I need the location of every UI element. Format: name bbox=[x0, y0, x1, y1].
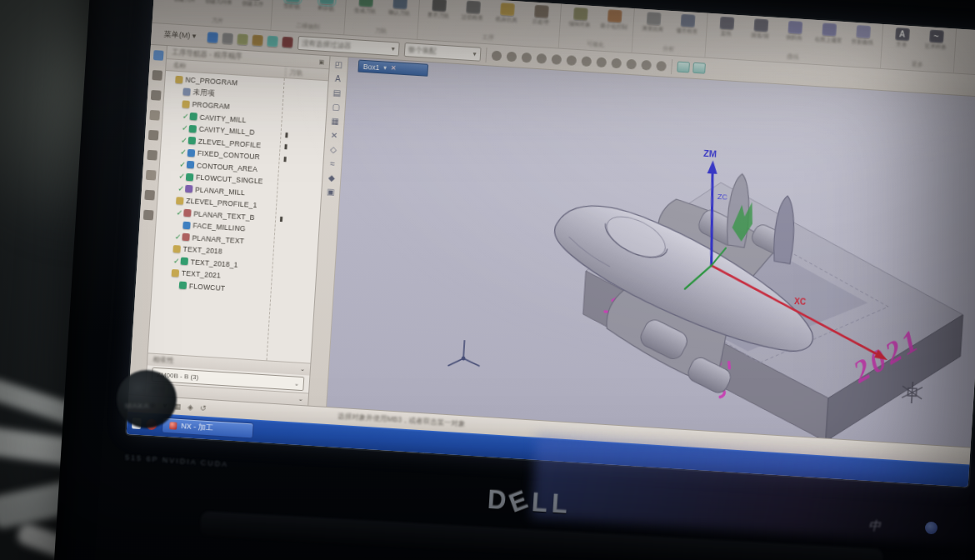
tree-indent bbox=[155, 247, 165, 248]
view-tool-icon[interactable] bbox=[551, 54, 562, 65]
ribbon-button[interactable]: ~ 艺术样条 bbox=[921, 28, 951, 62]
check-icon: ✓ bbox=[180, 124, 189, 133]
status-icon[interactable]: ◈ bbox=[188, 402, 194, 411]
ribbon-button-label: 确认刀轨 bbox=[388, 9, 410, 17]
resource-bar-icon[interactable] bbox=[148, 130, 158, 141]
tree-indent bbox=[161, 151, 179, 152]
ribbon-button[interactable]: 后处理 bbox=[526, 3, 556, 37]
operation-icon bbox=[188, 137, 197, 145]
viewport-tool-icon[interactable]: ▤ bbox=[332, 88, 341, 98]
resource-bar-icon[interactable] bbox=[147, 150, 158, 161]
ribbon-button-label: 直线 bbox=[721, 30, 732, 37]
selection-tool-icon[interactable] bbox=[207, 32, 218, 43]
tree-indent bbox=[153, 271, 163, 272]
view-tool-icon[interactable] bbox=[566, 55, 577, 66]
column-toolpath[interactable]: 刀轨 bbox=[285, 68, 329, 79]
ribbon-button-icon bbox=[680, 14, 695, 28]
ribbon-button[interactable]: 剩余铣 bbox=[311, 0, 341, 23]
ribbon-button[interactable]: 最小化控制 bbox=[598, 8, 628, 42]
dell-logo: DELL bbox=[487, 485, 572, 520]
selection-tool-icon[interactable] bbox=[237, 33, 248, 45]
view-tool-icon[interactable] bbox=[626, 58, 637, 69]
resource-bar-icon[interactable] bbox=[152, 50, 163, 61]
view-tool-icon[interactable] bbox=[491, 50, 502, 61]
ribbon-button[interactable]: 直线 bbox=[711, 15, 741, 48]
view-tool-icon[interactable] bbox=[641, 59, 652, 70]
operation-icon bbox=[188, 125, 197, 133]
selection-filter-combo[interactable]: 没有选择过滤器 ▾ bbox=[297, 36, 399, 57]
viewport-tool-icon[interactable]: A bbox=[335, 74, 341, 83]
axis-zc-label: ZC bbox=[718, 192, 728, 202]
resource-bar-icon[interactable] bbox=[144, 190, 155, 201]
selection-tool-icon[interactable] bbox=[222, 32, 233, 44]
render-style-icon[interactable] bbox=[692, 62, 706, 74]
view-tool-icon[interactable] bbox=[521, 52, 532, 62]
tree-indent bbox=[154, 259, 172, 261]
operation-icon bbox=[187, 161, 195, 169]
view-tool-icon[interactable] bbox=[656, 60, 667, 71]
ribbon-button-label: 文本 bbox=[896, 41, 907, 48]
resource-bar-icon[interactable] bbox=[149, 110, 160, 121]
check-icon bbox=[168, 200, 176, 201]
toolpath-status-icon bbox=[275, 292, 315, 294]
ribbon-button[interactable]: 偏差检查 bbox=[672, 12, 702, 46]
menu-button[interactable]: 菜单(M) ▾ bbox=[158, 26, 202, 44]
chevron-down-icon[interactable]: ▾ bbox=[383, 64, 387, 71]
viewport-tool-icon[interactable]: ◇ bbox=[330, 145, 337, 154]
ribbon-button[interactable]: 生成刀轨 bbox=[350, 0, 380, 26]
tree-indent bbox=[157, 222, 175, 224]
ribbon-button[interactable]: 倒斜角 bbox=[779, 19, 809, 52]
viewport-tool-icon[interactable]: ◰ bbox=[334, 60, 342, 70]
toolpath-status-icon bbox=[282, 171, 322, 173]
ribbon-button-icon bbox=[466, 1, 481, 14]
selection-tool-icon[interactable] bbox=[252, 34, 263, 46]
ribbon-button[interactable]: 机床仿真 bbox=[492, 2, 522, 35]
viewport-tool-icon[interactable]: ▣ bbox=[327, 187, 335, 197]
resource-bar-icon[interactable] bbox=[142, 210, 153, 221]
render-style-icon[interactable] bbox=[677, 62, 690, 73]
selection-scope-combo[interactable]: 整个装配 ▾ bbox=[403, 42, 481, 62]
taskbar-app-button[interactable]: NX - 加工 bbox=[162, 418, 254, 439]
chevron-down-icon: ⌄ bbox=[294, 380, 299, 387]
ribbon-button[interactable]: 型腔铣 bbox=[277, 0, 307, 21]
ribbon-button[interactable]: 过切检查 bbox=[458, 0, 488, 32]
chevron-down-icon: ▾ bbox=[391, 45, 395, 52]
ribbon-button[interactable]: 在面上偏置 bbox=[813, 22, 843, 55]
ribbon-button[interactable]: 圆弧/圆 bbox=[745, 18, 775, 51]
close-icon[interactable]: ✕ bbox=[390, 64, 396, 72]
toolpath-status-icon bbox=[285, 122, 325, 125]
resource-bar-icon[interactable] bbox=[150, 90, 161, 101]
ribbon-button-label: 剩余铣 bbox=[318, 4, 334, 11]
view-tool-icon[interactable] bbox=[536, 52, 547, 63]
resource-bar-icon[interactable] bbox=[145, 170, 156, 181]
ribbon-button[interactable]: 确认刀轨 bbox=[384, 0, 414, 28]
viewport-tool-icon[interactable]: ≈ bbox=[330, 159, 335, 168]
selection-tool-icon[interactable] bbox=[267, 36, 278, 48]
ribbon-button[interactable]: 显示刀轨 bbox=[423, 0, 453, 30]
tree-indent bbox=[162, 138, 180, 140]
ribbon-button[interactable]: 测量距离 bbox=[638, 11, 668, 44]
view-tool-icon[interactable] bbox=[581, 56, 592, 67]
viewport-tool-icon[interactable]: ✕ bbox=[331, 131, 338, 141]
viewport-tool-icon[interactable]: ▢ bbox=[332, 102, 340, 112]
tree-indent bbox=[158, 198, 168, 200]
ribbon-group: 生成刀轨 确认刀轨 刀轨 bbox=[344, 0, 420, 39]
ribbon-button[interactable]: 创建工序 bbox=[238, 0, 268, 18]
toolpath-status-icon bbox=[280, 207, 320, 209]
view-tool-icon[interactable] bbox=[611, 58, 622, 68]
view-tool-icon[interactable] bbox=[596, 57, 607, 68]
ribbon-button[interactable]: 创建几何体 bbox=[203, 0, 233, 17]
ribbon-button[interactable]: 投影曲线 bbox=[848, 23, 878, 57]
selection-tool-icon[interactable] bbox=[282, 37, 293, 48]
viewport-tool-icon[interactable]: ◆ bbox=[328, 173, 335, 182]
pin-icon[interactable]: ▣ bbox=[318, 58, 324, 65]
viewport-tool-icon[interactable]: ▦ bbox=[331, 117, 339, 127]
ribbon-button[interactable]: A 文本 bbox=[887, 26, 917, 59]
ribbon-button[interactable]: 编辑对象 bbox=[565, 6, 595, 39]
resource-bar-icon[interactable] bbox=[152, 70, 162, 81]
window-tab-label: Box1 bbox=[363, 62, 380, 71]
view-tool-icon[interactable] bbox=[506, 51, 517, 62]
status-icon[interactable]: ↺ bbox=[200, 403, 207, 412]
graphics-viewport[interactable]: Box1 ▾ ✕ bbox=[327, 58, 975, 448]
check-icon bbox=[165, 248, 173, 249]
